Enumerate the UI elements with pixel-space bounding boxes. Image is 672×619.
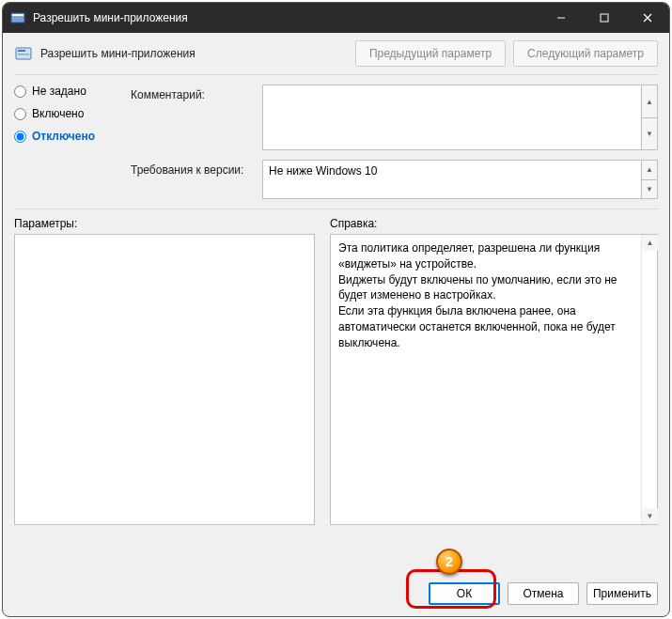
comment-field[interactable]: ▲ ▼ [262,85,658,150]
comment-label: Комментарий: [131,85,262,150]
svg-rect-7 [18,50,25,52]
callout-number: 2 [445,554,453,569]
radio-enabled-label: Включено [32,107,84,120]
radio-not-configured-input[interactable] [14,85,26,98]
radio-enabled[interactable]: Включено [14,107,116,120]
version-value: Не ниже Windows 10 [269,164,377,178]
radio-disabled-input[interactable] [14,131,26,143]
apply-button[interactable]: Применить [586,582,658,605]
comment-scroll-down-icon[interactable]: ▼ [641,117,657,149]
policy-header: Разрешить мини-приложения Предыдущий пар… [3,33,669,74]
window-title: Разрешить мини-приложения [33,11,539,24]
ok-button[interactable]: ОК [429,582,500,605]
version-field: Не ниже Windows 10 ▲ ▼ [262,160,658,199]
state-radio-group: Не задано Включено Отключено [14,85,116,209]
minimize-button[interactable] [539,3,583,33]
close-button[interactable] [626,3,669,33]
options-label: Параметры: [14,217,315,230]
comment-scroll-up-icon[interactable]: ▲ [641,85,657,117]
policy-icon [14,44,33,63]
maximize-button[interactable] [583,3,626,33]
help-panel: Эта политика определяет, разрешена ли фу… [330,234,658,525]
svg-rect-8 [18,54,29,55]
policy-title: Разрешить мини-приложения [40,47,348,60]
annotation-callout: 2 [436,549,462,575]
radio-not-configured-label: Не задано [32,85,86,98]
radio-not-configured[interactable]: Не задано [14,85,116,98]
svg-rect-1 [12,14,23,16]
help-text: Эта политика определяет, разрешена ли фу… [338,241,620,349]
radio-enabled-input[interactable] [14,108,26,120]
comment-textarea[interactable] [263,85,640,149]
version-label: Требования к версии: [131,160,262,199]
radio-disabled[interactable]: Отключено [14,130,116,143]
scroll-down-icon[interactable]: ▼ [642,508,658,524]
app-icon [10,10,25,25]
prev-setting-button[interactable]: Предыдущий параметр [355,40,506,67]
help-scrollbar[interactable]: ▲ ▼ [641,235,657,524]
options-panel [14,234,315,525]
policy-editor-window: Разрешить мини-приложения Разрешить мини… [2,2,670,617]
radio-disabled-label: Отключено [32,130,95,143]
svg-rect-3 [601,14,608,22]
version-scroll-down-icon[interactable]: ▼ [641,179,657,199]
next-setting-button[interactable]: Следующий параметр [513,40,658,67]
scroll-up-icon[interactable]: ▲ [642,235,658,251]
titlebar: Разрешить мини-приложения [3,3,669,33]
cancel-button[interactable]: Отмена [508,582,579,605]
dialog-footer: ОК Отмена Применить [3,573,669,616]
help-label: Справка: [330,217,658,230]
version-scroll-up-icon[interactable]: ▲ [641,161,657,179]
